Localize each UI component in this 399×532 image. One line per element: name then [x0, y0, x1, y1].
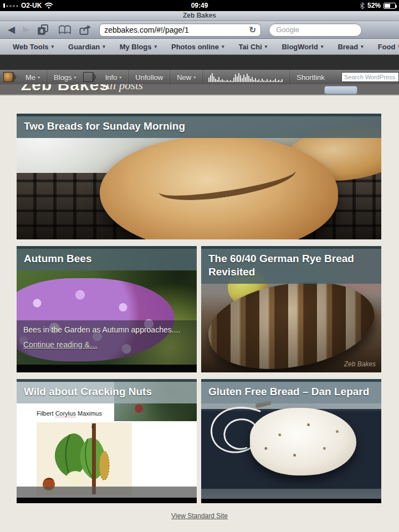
wp-admin-bar: Me ▾ Blogs ▾ Info ▾ Unfollow New ▾ [0, 70, 399, 84]
page-title: Zeb Bakes [0, 11, 399, 21]
site-footer: View Standard Site [17, 503, 382, 520]
post-title[interactable]: Autumn Bees [24, 252, 190, 265]
chevron-down-icon: ▾ [38, 75, 40, 80]
chevron-down-icon: ▾ [361, 44, 364, 49]
bookmark-folder-guardian[interactable]: Guardian ▾ [61, 43, 112, 51]
tile-bottom-strip [201, 499, 381, 503]
header-partial-button[interactable] [324, 86, 357, 94]
chevron-down-icon: ▾ [103, 44, 105, 49]
refresh-icon[interactable]: ↻ [249, 25, 257, 35]
clock: 09:49 [0, 2, 399, 9]
chevron-down-icon: ▾ [321, 44, 324, 49]
tile-title-band: Wild about Cracking Nuts [17, 379, 197, 403]
bookmarks-button[interactable] [58, 25, 71, 34]
url-input[interactable] [104, 25, 249, 34]
post-tile-autumn-bees[interactable]: Autumn Bees Bees in the Garden as Autumn… [17, 246, 197, 372]
chevron-down-icon: ▾ [52, 44, 54, 49]
avatar-flag-shape [93, 72, 96, 82]
post-title[interactable]: Two Breads for Sunday Morning [24, 120, 374, 133]
chevron-down-icon: ▾ [222, 44, 224, 49]
photo-gluten-free-dough [250, 408, 356, 475]
open-pages-count: 8 [38, 27, 45, 35]
tile-title-band: Gluten Free Bread – Dan Lepard [201, 379, 381, 403]
tile-bottom-overlay [17, 487, 197, 498]
chevron-down-icon: ▾ [193, 75, 196, 80]
blog-avatar[interactable] [83, 72, 93, 82]
post-title[interactable]: Gluten Free Bread – Dan Lepard [208, 385, 374, 398]
photo-watermark: Zeb Bakes [344, 360, 376, 368]
bookmark-folder-photos-online[interactable]: Photos online ▾ [164, 43, 231, 51]
bookmark-folder-blogworld[interactable]: BlogWorld ▾ [274, 43, 330, 51]
forward-button[interactable]: ▶ [23, 25, 30, 34]
site-subtitle: All posts [103, 84, 143, 93]
google-search-field[interactable] [269, 23, 362, 37]
admin-menu-me[interactable]: Me ▾ [19, 70, 47, 84]
post-grid: Two Breads for Sunday Morning Autumn Bee… [0, 95, 399, 520]
post-tile-cracking-nuts[interactable]: Wild about Cracking Nuts Filbert Corylus… [17, 379, 197, 503]
admin-menu-info[interactable]: Info ▾ [99, 70, 129, 84]
browser-toolbar: ◀ ▶ 8 ↻ [0, 21, 399, 39]
stats-sparkline-icon [208, 72, 284, 82]
bookmark-folder-food[interactable]: Food ▾ [371, 43, 399, 51]
battery-icon [383, 3, 396, 9]
illustration-caption: Filbert Corylus Maximus [37, 410, 102, 417]
user-avatar[interactable] [3, 72, 13, 82]
site-title: Zeb Bakes [21, 84, 109, 94]
site-header: Zeb Bakes All posts [0, 84, 399, 95]
wp-search-input[interactable] [341, 72, 399, 82]
chevron-down-icon: ▾ [74, 75, 76, 80]
tile-title-band: Two Breads for Sunday Morning [17, 114, 381, 138]
tile-excerpt-band: Bees in the Garden as Autumn approaches.… [17, 320, 197, 365]
wp-search-field[interactable] [341, 72, 399, 82]
share-button[interactable] [79, 24, 91, 35]
tile-bottom-strip [17, 498, 197, 503]
admin-shortlink-button[interactable]: Shortlink [289, 70, 331, 84]
page-top-dark-strip [0, 55, 399, 70]
chevron-down-icon: ▾ [119, 75, 121, 80]
post-tile-gluten-free[interactable]: Gluten Free Bread – Dan Lepard [201, 379, 381, 503]
bookmark-folder-tai-chi[interactable]: Tai Chi ▾ [231, 43, 274, 51]
admin-unfollow-button[interactable]: Unfollow [128, 70, 170, 84]
admin-menu-blogs[interactable]: Blogs ▾ [47, 70, 83, 84]
bookmarks-bar: Web Tools ▾ Guardian ▾ My Blogs ▾ Photos… [0, 39, 399, 55]
stats-sparkline-button[interactable] [202, 70, 289, 84]
google-search-input[interactable] [276, 24, 355, 36]
post-tile-german-rye[interactable]: Zeb Bakes The 60/40 German Rye Bread Rev… [201, 246, 381, 372]
avatar-flag-shape [13, 72, 17, 82]
post-excerpt: Bees in the Garden as Autumn approaches.… [23, 325, 190, 334]
post-title[interactable]: Wild about Cracking Nuts [24, 385, 190, 398]
bookmark-folder-my-blogs[interactable]: My Blogs ▾ [112, 43, 164, 51]
back-button[interactable]: ◀ [8, 25, 15, 34]
tile-bottom-overlay [201, 489, 381, 499]
botanical-illustration [37, 422, 132, 495]
chevron-down-icon: ▾ [265, 44, 268, 49]
tile-title-band: The 60/40 German Rye Bread Revisited [201, 246, 381, 284]
post-title[interactable]: The 60/40 German Rye Bread Revisited [208, 252, 374, 279]
tile-title-band: Autumn Bees [17, 246, 197, 270]
pages-button[interactable]: 8 [38, 24, 50, 35]
bookmark-folder-bread[interactable]: Bread ▾ [330, 43, 370, 51]
status-bar: O2-UK 09:49 52% [0, 0, 399, 11]
hazel-illustration-drawing [37, 422, 132, 495]
ipad-safari-screen: O2-UK 09:49 52% Zeb Bakes ◀ ▶ 8 [0, 0, 399, 532]
post-tile-two-breads[interactable]: Two Breads for Sunday Morning [17, 114, 381, 239]
continue-reading-link[interactable]: Continue reading &… [23, 340, 98, 349]
bookmark-folder-web-tools[interactable]: Web Tools ▾ [6, 43, 61, 51]
address-bar[interactable]: ↻ [99, 23, 261, 37]
admin-menu-new[interactable]: New ▾ [170, 70, 202, 84]
tile-bottom-strip [17, 365, 197, 372]
view-standard-site-link[interactable]: View Standard Site [171, 512, 228, 520]
chevron-down-icon: ▾ [154, 44, 157, 49]
